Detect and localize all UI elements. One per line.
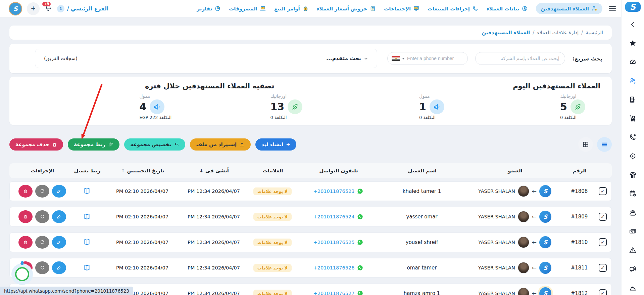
leads-users-icon[interactable] bbox=[629, 77, 637, 86]
header-actions[interactable]: الإجراءات bbox=[15, 168, 70, 174]
header-phone[interactable]: تليفون التواصل bbox=[298, 168, 379, 174]
client-name[interactable]: yasser omar bbox=[379, 214, 465, 220]
meetings-people-icon[interactable] bbox=[629, 209, 637, 218]
nav-item-expenses[interactable]: المصروفات bbox=[229, 5, 266, 12]
row-checkbox[interactable]: ✓ bbox=[599, 187, 607, 195]
list-view-button[interactable] bbox=[597, 137, 612, 152]
assign-group-button[interactable]: تخصيص مجموعه bbox=[124, 138, 185, 151]
trash-icon bbox=[23, 240, 28, 245]
link-group-button[interactable]: ربط مجموعة bbox=[68, 138, 119, 151]
member-photo-avatar[interactable] bbox=[518, 185, 529, 197]
alerts-warning-icon[interactable] bbox=[629, 246, 637, 255]
notifications-button[interactable]: +9 bbox=[44, 4, 52, 13]
table-row: ✓ #1808 S ← YASER SHALAN khaled tamer 1 … bbox=[9, 181, 612, 201]
nav-item-clients-data[interactable]: بيانات العملاء bbox=[487, 5, 528, 12]
refresh-row-button[interactable] bbox=[35, 261, 49, 274]
advanced-search-toggle[interactable]: بحث متقدم... bbox=[326, 55, 368, 61]
dashboard-gauge-icon[interactable] bbox=[629, 58, 637, 67]
finance-cash-icon[interactable] bbox=[629, 227, 637, 237]
edit-row-button[interactable] bbox=[52, 236, 66, 249]
breadcrumb-branch[interactable]: الفرع الرئيسي / 1 bbox=[57, 5, 108, 12]
member-photo-avatar[interactable] bbox=[518, 237, 529, 248]
stat-value: 4 bbox=[140, 102, 147, 112]
member-photo-avatar[interactable] bbox=[518, 262, 529, 273]
link-client-icon[interactable] bbox=[83, 187, 91, 196]
whatsapp-icon[interactable] bbox=[357, 214, 363, 220]
favorites-star-icon[interactable] bbox=[629, 39, 637, 48]
company-building-icon[interactable] bbox=[629, 96, 637, 105]
link-client-icon[interactable] bbox=[83, 212, 91, 221]
client-name[interactable]: hamza amro 1 bbox=[379, 290, 465, 295]
nav-item-reports[interactable]: تقارير bbox=[197, 5, 221, 12]
row-checkbox[interactable]: ✓ bbox=[599, 289, 607, 295]
row-member-cell: S ← YASER SHALAN bbox=[465, 185, 564, 197]
nav-item-leads[interactable]: العملاء المستهدفين bbox=[536, 3, 602, 14]
whatsapp-icon[interactable] bbox=[357, 239, 363, 245]
member-photo-avatar[interactable] bbox=[518, 288, 529, 295]
header-created[interactable]: أنشئ فى ↓ bbox=[181, 168, 247, 174]
edit-row-button[interactable] bbox=[52, 210, 66, 223]
quick-add-button[interactable]: + bbox=[27, 2, 40, 15]
collapse-chevron-icon[interactable] bbox=[629, 20, 637, 30]
refresh-row-button[interactable] bbox=[35, 185, 49, 198]
client-name[interactable]: omar tamer bbox=[379, 265, 465, 271]
phone-link[interactable]: +201011876526 bbox=[313, 265, 355, 270]
refresh-row-button[interactable] bbox=[35, 210, 49, 223]
header-member[interactable]: العضو bbox=[465, 168, 565, 174]
row-checkbox[interactable]: ✓ bbox=[599, 264, 607, 272]
link-client-icon[interactable] bbox=[83, 238, 91, 247]
whatsapp-icon[interactable] bbox=[357, 265, 363, 271]
header-assigned-date[interactable]: تاريخ التخصيص ↑ bbox=[104, 168, 181, 174]
video-meeting-icon[interactable] bbox=[629, 265, 637, 274]
phone-link[interactable]: +201011876524 bbox=[313, 214, 355, 219]
phone-link[interactable]: +201011876523 bbox=[313, 188, 355, 194]
breadcrumb-section[interactable]: إدارة علاقات العملاء bbox=[537, 30, 579, 36]
link-client-icon[interactable] bbox=[83, 263, 91, 272]
whatsapp-icon[interactable] bbox=[357, 290, 363, 295]
phone-search-input[interactable] bbox=[407, 56, 463, 61]
refresh-row-button[interactable] bbox=[35, 236, 49, 249]
create-lead-button[interactable]: + انشاء ليد bbox=[255, 138, 296, 151]
company-search-input[interactable] bbox=[475, 52, 565, 65]
edit-row-button[interactable] bbox=[52, 261, 66, 274]
stat-paid-period: ممول 4 التكلفة EGP 222 bbox=[140, 93, 180, 120]
supplier-dolly-icon[interactable] bbox=[629, 115, 637, 124]
grid-view-button[interactable] bbox=[578, 137, 593, 152]
calls-phone-icon[interactable] bbox=[629, 133, 637, 142]
import-file-button[interactable]: إستيراد من ملف bbox=[190, 138, 251, 151]
delete-row-button[interactable] bbox=[18, 185, 33, 198]
hamburger-menu-icon[interactable] bbox=[609, 6, 616, 11]
egypt-flag-icon[interactable] bbox=[392, 56, 400, 61]
delete-row-button[interactable] bbox=[18, 236, 33, 249]
nav-item-sales-orders[interactable]: أوامر البيع bbox=[274, 5, 309, 12]
nav-item-meetings[interactable]: الإجتماعات bbox=[384, 5, 419, 12]
phone-link[interactable]: +201011876525 bbox=[313, 240, 355, 245]
header-tags[interactable]: العلامات bbox=[247, 168, 298, 174]
target-crosshair-icon[interactable] bbox=[629, 152, 637, 161]
nav-item-quotes[interactable]: عروض أسعار العملاء bbox=[317, 5, 376, 12]
callcenter-phone-icon[interactable] bbox=[629, 171, 637, 180]
client-name[interactable]: khaled tamer 1 bbox=[379, 188, 465, 194]
header-client-name[interactable]: اسم العميل bbox=[379, 168, 465, 174]
app-logo[interactable]: S bbox=[625, 2, 641, 12]
whatsapp-icon[interactable] bbox=[357, 188, 363, 194]
import-file-label: إستيراد من ملف bbox=[196, 141, 237, 148]
sort-desc-icon[interactable]: ↓ bbox=[199, 168, 203, 173]
sort-asc-icon[interactable]: ↑ bbox=[121, 168, 125, 173]
row-checkbox[interactable]: ✓ bbox=[599, 213, 607, 221]
breadcrumb-home[interactable]: الرئيسية bbox=[586, 30, 603, 36]
calendar-star-icon[interactable] bbox=[629, 190, 637, 199]
header-id[interactable]: الرقم bbox=[565, 168, 594, 174]
delete-group-button[interactable]: حذف مجموعة bbox=[9, 138, 63, 151]
header-link-client[interactable]: ربط بعميل bbox=[70, 168, 104, 174]
delete-row-button[interactable] bbox=[18, 210, 33, 223]
row-checkbox[interactable]: ✓ bbox=[599, 238, 607, 246]
goals-mountain-icon[interactable] bbox=[629, 284, 637, 293]
flag-caret-icon[interactable] bbox=[402, 58, 405, 59]
member-photo-avatar[interactable] bbox=[518, 211, 529, 222]
phone-link[interactable]: +201011876527 bbox=[313, 291, 355, 295]
nav-item-sales-actions[interactable]: إجراءات المبيعات bbox=[428, 5, 479, 12]
edit-row-button[interactable] bbox=[52, 185, 66, 198]
client-name[interactable]: yousef shreif bbox=[379, 239, 465, 245]
user-avatar[interactable]: S bbox=[9, 2, 22, 15]
